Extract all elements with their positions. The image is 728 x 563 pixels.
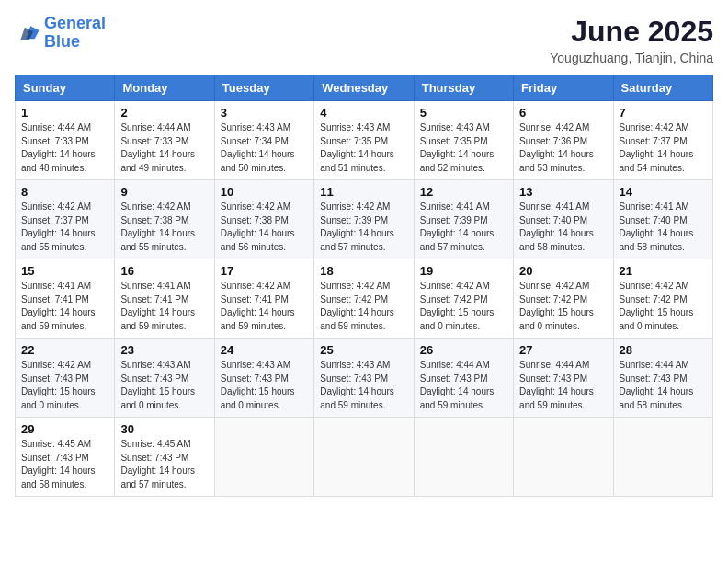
day-number: 12 xyxy=(420,185,507,199)
day-cell: 4Sunrise: 4:43 AM Sunset: 7:35 PM Daylig… xyxy=(314,101,414,180)
day-info: Sunrise: 4:43 AM Sunset: 7:35 PM Dayligh… xyxy=(320,121,407,175)
day-cell: 8Sunrise: 4:42 AM Sunset: 7:37 PM Daylig… xyxy=(16,180,115,259)
page-header: General Blue June 2025 Youguzhuang, Tian… xyxy=(15,15,713,65)
logo-icon xyxy=(15,20,40,46)
weekday-header-thursday: Thursday xyxy=(414,75,513,101)
day-number: 25 xyxy=(320,343,407,357)
day-cell: 21Sunrise: 4:42 AM Sunset: 7:42 PM Dayli… xyxy=(613,259,712,339)
day-cell xyxy=(414,418,513,497)
day-cell xyxy=(314,418,414,497)
day-info: Sunrise: 4:42 AM Sunset: 7:38 PM Dayligh… xyxy=(221,201,308,254)
day-number: 21 xyxy=(620,264,707,278)
day-number: 28 xyxy=(620,343,707,357)
day-cell: 12Sunrise: 4:41 AM Sunset: 7:39 PM Dayli… xyxy=(414,180,513,259)
day-number: 11 xyxy=(320,185,407,199)
day-info: Sunrise: 4:41 AM Sunset: 7:40 PM Dayligh… xyxy=(519,201,607,254)
day-cell: 5Sunrise: 4:43 AM Sunset: 7:35 PM Daylig… xyxy=(414,101,513,180)
day-cell: 11Sunrise: 4:42 AM Sunset: 7:39 PM Dayli… xyxy=(314,180,414,259)
weekday-header-sunday: Sunday xyxy=(16,75,115,101)
logo-general: General xyxy=(44,14,106,32)
day-info: Sunrise: 4:42 AM Sunset: 7:42 PM Dayligh… xyxy=(420,280,507,333)
day-number: 19 xyxy=(420,264,507,278)
day-cell: 25Sunrise: 4:43 AM Sunset: 7:43 PM Dayli… xyxy=(314,339,414,418)
day-number: 16 xyxy=(120,264,208,278)
logo: General Blue xyxy=(15,15,106,52)
day-info: Sunrise: 4:43 AM Sunset: 7:43 PM Dayligh… xyxy=(320,359,407,412)
day-cell: 17Sunrise: 4:42 AM Sunset: 7:41 PM Dayli… xyxy=(214,259,313,339)
weekday-header-monday: Monday xyxy=(115,75,214,101)
day-cell: 9Sunrise: 4:42 AM Sunset: 7:38 PM Daylig… xyxy=(115,180,214,259)
day-cell: 6Sunrise: 4:42 AM Sunset: 7:36 PM Daylig… xyxy=(514,101,613,180)
day-info: Sunrise: 4:41 AM Sunset: 7:39 PM Dayligh… xyxy=(420,201,507,254)
day-cell xyxy=(613,418,712,497)
day-cell: 27Sunrise: 4:44 AM Sunset: 7:43 PM Dayli… xyxy=(514,339,613,418)
day-info: Sunrise: 4:42 AM Sunset: 7:41 PM Dayligh… xyxy=(221,280,308,333)
day-cell: 22Sunrise: 4:42 AM Sunset: 7:43 PM Dayli… xyxy=(16,339,115,418)
day-number: 4 xyxy=(320,106,407,120)
month-title: June 2025 xyxy=(550,15,713,49)
day-info: Sunrise: 4:41 AM Sunset: 7:41 PM Dayligh… xyxy=(21,280,108,333)
day-info: Sunrise: 4:45 AM Sunset: 7:43 PM Dayligh… xyxy=(120,438,208,491)
day-cell: 15Sunrise: 4:41 AM Sunset: 7:41 PM Dayli… xyxy=(16,259,115,339)
day-cell: 13Sunrise: 4:41 AM Sunset: 7:40 PM Dayli… xyxy=(514,180,613,259)
day-info: Sunrise: 4:45 AM Sunset: 7:43 PM Dayligh… xyxy=(21,438,108,491)
day-number: 10 xyxy=(221,185,308,199)
day-number: 8 xyxy=(21,185,108,199)
day-number: 23 xyxy=(120,343,208,357)
day-cell: 19Sunrise: 4:42 AM Sunset: 7:42 PM Dayli… xyxy=(414,259,513,339)
day-number: 26 xyxy=(420,343,507,357)
day-number: 24 xyxy=(221,343,308,357)
day-number: 27 xyxy=(519,343,607,357)
day-info: Sunrise: 4:44 AM Sunset: 7:33 PM Dayligh… xyxy=(120,121,208,175)
day-info: Sunrise: 4:43 AM Sunset: 7:43 PM Dayligh… xyxy=(221,359,308,412)
day-cell: 14Sunrise: 4:41 AM Sunset: 7:40 PM Dayli… xyxy=(613,180,712,259)
day-cell: 30Sunrise: 4:45 AM Sunset: 7:43 PM Dayli… xyxy=(115,418,214,497)
day-info: Sunrise: 4:42 AM Sunset: 7:42 PM Dayligh… xyxy=(620,280,707,333)
day-info: Sunrise: 4:42 AM Sunset: 7:37 PM Dayligh… xyxy=(620,121,707,175)
day-info: Sunrise: 4:44 AM Sunset: 7:43 PM Dayligh… xyxy=(620,359,707,412)
day-number: 30 xyxy=(120,422,208,436)
day-cell: 29Sunrise: 4:45 AM Sunset: 7:43 PM Dayli… xyxy=(16,418,115,497)
day-info: Sunrise: 4:42 AM Sunset: 7:39 PM Dayligh… xyxy=(320,201,407,254)
day-info: Sunrise: 4:41 AM Sunset: 7:40 PM Dayligh… xyxy=(620,201,707,254)
location: Youguzhuang, Tianjin, China xyxy=(550,51,713,65)
day-info: Sunrise: 4:43 AM Sunset: 7:34 PM Dayligh… xyxy=(221,121,308,175)
day-number: 20 xyxy=(519,264,607,278)
day-info: Sunrise: 4:42 AM Sunset: 7:43 PM Dayligh… xyxy=(21,359,108,412)
day-cell: 7Sunrise: 4:42 AM Sunset: 7:37 PM Daylig… xyxy=(613,101,712,180)
day-cell: 1Sunrise: 4:44 AM Sunset: 7:33 PM Daylig… xyxy=(16,101,115,180)
day-info: Sunrise: 4:42 AM Sunset: 7:36 PM Dayligh… xyxy=(519,121,607,175)
day-cell: 24Sunrise: 4:43 AM Sunset: 7:43 PM Dayli… xyxy=(214,339,313,418)
day-number: 15 xyxy=(21,264,108,278)
day-info: Sunrise: 4:42 AM Sunset: 7:42 PM Dayligh… xyxy=(519,280,607,333)
week-row-1: 1Sunrise: 4:44 AM Sunset: 7:33 PM Daylig… xyxy=(16,101,713,180)
day-number: 29 xyxy=(21,422,108,436)
day-info: Sunrise: 4:44 AM Sunset: 7:33 PM Dayligh… xyxy=(21,121,108,175)
day-info: Sunrise: 4:42 AM Sunset: 7:37 PM Dayligh… xyxy=(21,201,108,254)
day-info: Sunrise: 4:41 AM Sunset: 7:41 PM Dayligh… xyxy=(120,280,208,333)
day-info: Sunrise: 4:42 AM Sunset: 7:42 PM Dayligh… xyxy=(320,280,407,333)
day-cell: 26Sunrise: 4:44 AM Sunset: 7:43 PM Dayli… xyxy=(414,339,513,418)
day-number: 18 xyxy=(320,264,407,278)
day-info: Sunrise: 4:43 AM Sunset: 7:35 PM Dayligh… xyxy=(420,121,507,175)
week-row-4: 22Sunrise: 4:42 AM Sunset: 7:43 PM Dayli… xyxy=(16,339,713,418)
day-cell: 3Sunrise: 4:43 AM Sunset: 7:34 PM Daylig… xyxy=(214,101,313,180)
day-number: 2 xyxy=(120,106,208,120)
day-info: Sunrise: 4:42 AM Sunset: 7:38 PM Dayligh… xyxy=(120,201,208,254)
day-cell: 20Sunrise: 4:42 AM Sunset: 7:42 PM Dayli… xyxy=(514,259,613,339)
day-number: 7 xyxy=(620,106,707,120)
day-cell: 2Sunrise: 4:44 AM Sunset: 7:33 PM Daylig… xyxy=(115,101,214,180)
day-cell: 23Sunrise: 4:43 AM Sunset: 7:43 PM Dayli… xyxy=(115,339,214,418)
day-number: 22 xyxy=(21,343,108,357)
weekday-header-wednesday: Wednesday xyxy=(314,75,414,101)
day-cell: 10Sunrise: 4:42 AM Sunset: 7:38 PM Dayli… xyxy=(214,180,313,259)
weekday-header-friday: Friday xyxy=(514,75,613,101)
calendar-table: SundayMondayTuesdayWednesdayThursdayFrid… xyxy=(15,75,713,497)
day-cell xyxy=(214,418,313,497)
day-number: 5 xyxy=(420,106,507,120)
weekday-header-row: SundayMondayTuesdayWednesdayThursdayFrid… xyxy=(16,75,713,101)
title-block: June 2025 Youguzhuang, Tianjin, China xyxy=(550,15,713,65)
day-number: 3 xyxy=(221,106,308,120)
day-number: 14 xyxy=(620,185,707,199)
week-row-3: 15Sunrise: 4:41 AM Sunset: 7:41 PM Dayli… xyxy=(16,259,713,339)
